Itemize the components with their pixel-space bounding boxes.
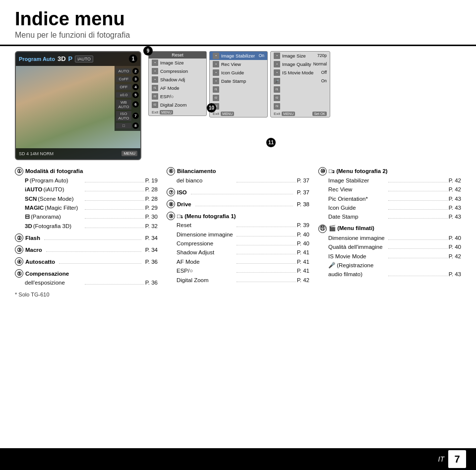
menu-icon-imagequality: ▪ [274,61,280,67]
entry-dzoom: Digital Zoom P. 42 [167,276,309,285]
dots-3 [85,200,144,201]
entry-3d: 3D (Fotografia 3D) P. 32 [15,222,158,231]
page-4: P. 29 [145,203,158,212]
menu-icon-2: ▪ [152,68,158,74]
entry-ismovie: IS Movie Mode P. 42 [318,252,461,261]
menu-val-imagesize2: 720p [317,53,327,58]
entry-qualimg: Qualità dell'immagine P. 40 [318,242,461,251]
page-recview: P. 42 [449,185,461,194]
entry-program-auto: P (Program Auto) P. 19 [15,176,158,185]
sec-5-label: Compensazione [25,271,69,277]
menu-panel-2: ▪ Image Stabilizer On ▪ Rec View ▪ Icon … [209,51,268,118]
circle-8: ⑧ [167,200,175,208]
entry-iauto: iAUTO (iAUTO) P. 28 [15,185,158,194]
menu-label-imagesize: Image Size [160,60,184,65]
page-5: P. 30 [145,212,158,221]
page-drive: P. 38 [297,201,309,207]
entry-label-mic-reg: 🎤 (Registrazione [328,261,373,270]
page-comp: P. 40 [297,239,309,248]
section-1-head: ① Modalità di fotografia [15,167,158,176]
entry-afm: AF Mode P. 41 [167,257,309,266]
menu-val-imagequality: Normal [313,61,327,66]
star-note: * Solo TG-610 [15,292,158,297]
menu-icon-1: ▪ [152,59,158,66]
dots-ismovie [388,258,447,258]
section-10-head: ⑩ □₂ (Menu fotografia 2) [318,167,461,176]
page-reset: P. 39 [297,221,309,230]
menu-icon-4: f1 [152,85,158,91]
menu-icon-6: f2 [152,102,158,108]
page-2: P. 28 [145,185,158,194]
menu-icon-p3fn1: f1 [274,86,280,93]
menu-label-afmode: AF Mode [160,85,179,91]
main-content: ① Modalità di fotografia P (Program Auto… [0,160,476,327]
entry-label-qualimg: Qualità dell'immagine [328,242,383,251]
entry-label-audiof: audio filmato) [328,270,362,279]
entry-mic-reg: 🎤 (Registrazione [318,261,461,270]
circle-7: ⑦ [167,188,175,196]
footer-page-number: 7 [448,450,466,468]
page-picori: P. 43 [449,194,461,203]
cam-icon-iso: ISO AUTO [116,111,131,121]
entry-label-scn: SCN [25,194,37,203]
circle-10: ⑩ [318,167,327,176]
circle-1: ① [15,167,23,176]
menu-label-datestamp: Date Stamp [221,78,246,84]
camera-bottom-text: SD 4 14M NORM [19,151,54,156]
entry-label-magic2: (Magic Filter) [45,203,78,212]
menu-label-iconguide: Icon Guide [221,70,244,75]
cam-icon-row-2: AUTO 2 [116,68,139,74]
dots-afm [237,263,296,264]
entry-dimim2: Dimensione immagine P. 40 [318,234,461,242]
entry-label-pan2: (Panorama) [31,212,61,221]
page-imgstab: P. 42 [449,176,461,185]
camera-3d-badge: 3D [58,55,66,62]
circle-6: ⑥ [167,167,175,176]
entry-label-recview: Rec View [328,185,352,194]
menu-icon-fn1: f1 [213,86,219,93]
menu-val-stabilizer: On [259,53,264,58]
menu-item-p3fn3: f3 [271,102,330,111]
menu-exit-2: Exit MENU [210,111,267,117]
entry-imgstab: Image Stabilizer P. 42 [318,176,461,185]
section-6-head: ⑥ Bilanciamento [167,167,309,176]
page-bianco: P. 37 [297,176,309,185]
menu-label-ismoviemode: IS Movie Mode [282,70,313,75]
menu-set-btn: Set OK [312,112,327,116]
page-iconguide: P. 43 [449,203,461,212]
entry-label-scn2: (Scene Mode) [38,194,73,203]
entry-label-imgstab: Image Stabilizer [328,176,369,185]
cam-icon-auto: AUTO [116,68,131,74]
menu-val-ismoviemode: Off [321,70,327,75]
sec-3-label: Macro [25,247,42,253]
page-subtitle: Menu per le funzioni di fotografia [15,31,461,40]
sec-7-label: ISO [177,189,187,195]
circle-5: ⑤ [15,269,23,278]
menu-exit-btn-1: MENU [160,110,173,115]
sec-8-label: Drive [177,201,191,207]
entry-iconguide: Icon Guide P. 43 [318,203,461,212]
entry-label-p: P [25,176,29,185]
page-esp: P. 36 [145,278,158,287]
cam-icon-sq: □ [116,123,131,128]
menu-item-datestamp: ▪ Date Stamp [210,77,267,85]
dots-comp [237,245,296,245]
section-7-head: ⑦ ISO P. 37 [167,188,309,196]
menu-exit-label-2: Exit [213,112,219,116]
dots-qualimg [388,248,447,249]
entry-bianco: del bianco P. 37 [167,176,309,185]
entry-label-pan: ⊟ [25,212,30,221]
menu-panel-3: ▪ Image Size 720p ▪ Image Quality Normal… [270,51,330,118]
page-header: Indice menu Menu per le funzioni di foto… [0,0,476,46]
cam-num-3: 3 [132,76,139,82]
entry-label-bianco: del bianco [177,176,202,185]
dots-esp2 [237,272,296,273]
menu-icon-3: ▪ [152,76,158,83]
menu-item-stabilizer: ▪ Image Stabilizer On [210,52,267,60]
cam-icon-row-3: CoFF 3 [116,76,139,82]
column-2: ⑥ Bilanciamento del bianco P. 37 ⑦ ISO P… [167,164,309,297]
entry-label-comp: Compressione [177,239,213,248]
menu-label-recview: Rec View [221,61,241,67]
cam-num-6: 6 [132,101,139,108]
cam-icon-off2: OFF [116,84,131,90]
